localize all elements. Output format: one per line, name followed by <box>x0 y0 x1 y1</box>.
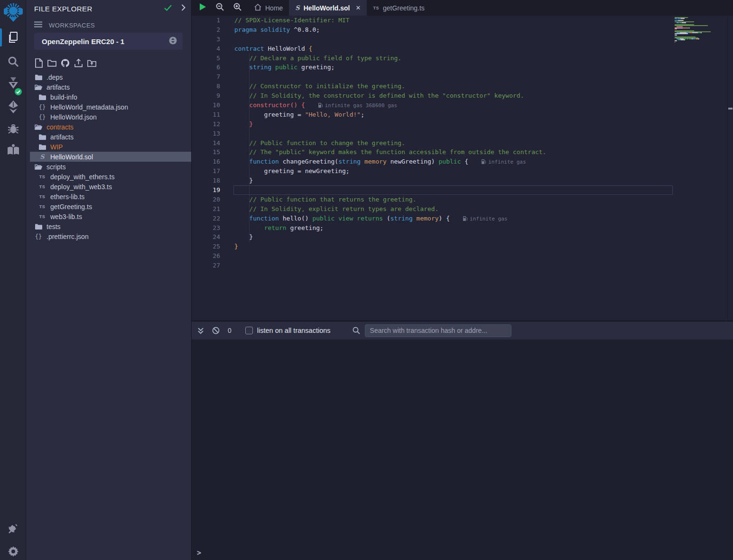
tree-item-artifacts[interactable]: artifacts <box>26 82 191 92</box>
workspaces-row: WORKSPACES <box>34 21 95 29</box>
tree-item-helloworld-metadata-json[interactable]: {}HelloWorld_metadata.json <box>26 102 191 112</box>
tab-getgreeting-ts[interactable]: TS getGreeting.ts <box>367 0 430 16</box>
code-line[interactable]: 12 } <box>192 119 733 129</box>
line-number: 20 <box>192 195 220 204</box>
deploy-and-run-icon[interactable] <box>0 99 26 115</box>
run-script-button[interactable] <box>199 3 206 13</box>
code-line[interactable]: 15 // The "public" keyword makes the fun… <box>192 147 733 157</box>
zoom-in-icon[interactable] <box>233 3 241 13</box>
tab-label: HelloWorld.sol <box>304 4 350 12</box>
code-line[interactable]: 23 return greeting; <box>192 223 733 233</box>
minimap-line <box>675 28 689 28</box>
debugger-icon[interactable] <box>0 121 26 136</box>
code-line[interactable]: 26 <box>192 251 733 261</box>
scrollbar-cursor-mark <box>728 108 733 110</box>
workspace-select[interactable]: OpenZeppelin ERC20 - 1 <box>34 33 183 50</box>
code-line[interactable]: 17 greeting = newGreeting; <box>192 166 733 176</box>
expand-terminal-icon[interactable] <box>197 327 204 334</box>
new-file-icon[interactable] <box>34 58 43 68</box>
code-line[interactable]: 19 <box>192 185 733 195</box>
code-line[interactable]: 16 function changeGreeting(string memory… <box>192 157 733 166</box>
code-line[interactable]: 13 <box>192 129 733 138</box>
line-number: 8 <box>192 82 220 91</box>
code-text: function changeGreeting(string memory ne… <box>234 157 526 167</box>
code-line[interactable]: 21 // In Solidity, explicit return types… <box>192 204 733 214</box>
code-line[interactable]: 8 // Constructor to initialize the greet… <box>192 82 733 91</box>
code-line[interactable]: 6 string public greeting; <box>192 63 733 72</box>
close-tab-icon[interactable]: ✕ <box>356 4 361 11</box>
plugin-manager-icon[interactable] <box>0 522 26 536</box>
code-line[interactable]: 4contract HelloWorld { <box>192 44 733 54</box>
tree-item-tests[interactable]: tests <box>26 221 191 231</box>
terminal-search-input[interactable] <box>365 324 511 337</box>
tree-item-artifacts[interactable]: artifacts <box>26 132 191 142</box>
minimap[interactable] <box>672 17 725 50</box>
code-line[interactable]: 7 <box>192 72 733 82</box>
zoom-out-icon[interactable] <box>216 3 224 13</box>
typescript-file-icon: TS <box>38 184 46 189</box>
tab-label: Home <box>265 4 283 12</box>
remix-logo-icon[interactable] <box>0 1 26 24</box>
tree-item-wip[interactable]: WIP <box>26 142 191 152</box>
gas-estimate-hint: infinite gas <box>463 216 507 222</box>
line-number: 1 <box>192 16 220 25</box>
tree-item-getgreeting-ts[interactable]: TSgetGreeting.ts <box>26 202 191 211</box>
upload-folder-icon[interactable] <box>87 58 96 68</box>
code-line[interactable]: 24 } <box>192 232 733 242</box>
code-line[interactable]: 3 <box>192 35 733 44</box>
learneth-icon[interactable] <box>0 142 26 156</box>
json-file-icon: {} <box>38 104 46 110</box>
workspace-ok-check-icon <box>164 4 172 13</box>
tree-item-contracts[interactable]: contracts <box>26 122 191 132</box>
line-number: 12 <box>192 119 220 129</box>
line-number: 10 <box>192 101 220 110</box>
tree-item-build-info[interactable]: build-info <box>26 92 191 102</box>
tree-item-ethers-lib-ts[interactable]: TSethers-lib.ts <box>26 192 191 202</box>
code-text: } <box>234 176 253 185</box>
new-folder-icon[interactable] <box>47 58 56 68</box>
tab-home[interactable]: Home <box>248 0 289 16</box>
tree-item-deploy-with-ethers-ts[interactable]: TSdeploy_with_ethers.ts <box>26 172 191 182</box>
panel-title: FILE EXPLORER <box>34 5 164 13</box>
code-line[interactable]: 5 // Declare a public field of type stri… <box>192 54 733 63</box>
line-number: 24 <box>192 232 220 242</box>
code-line[interactable]: 18 } <box>192 176 733 185</box>
upload-file-icon[interactable] <box>74 58 83 68</box>
clone-github-icon[interactable] <box>61 58 70 68</box>
tree-item-helloworld-json[interactable]: {}HelloWorld.json <box>26 112 191 122</box>
panel-chevron-right-icon[interactable] <box>181 4 186 13</box>
code-line[interactable]: 10 constructor() {infinite gas 368600 ga… <box>192 101 733 110</box>
gas-estimate-hint: infinite gas <box>482 159 526 165</box>
settings-gear-icon[interactable] <box>0 544 26 559</box>
tree-item-scripts[interactable]: scripts <box>26 162 191 172</box>
solidity-compiler-icon[interactable] <box>0 75 26 94</box>
editor-scrollbar[interactable] <box>727 16 733 321</box>
workspaces-menu-icon[interactable] <box>34 21 42 29</box>
tree-item-helloworld-sol[interactable]: SHelloWorld.sol <box>30 152 191 162</box>
code-text: // SPDX-License-Identifier: MIT <box>234 16 350 25</box>
folder-open-icon <box>34 84 43 90</box>
code-line[interactable]: 9 // In Solidity, the constructor is def… <box>192 91 733 101</box>
transaction-count: 0 <box>228 327 232 334</box>
listen-transactions-checkbox[interactable] <box>245 327 253 334</box>
folder-open-icon <box>34 164 43 170</box>
file-explorer-icon[interactable] <box>0 29 26 46</box>
tree-item-web3-lib-ts[interactable]: TSweb3-lib.ts <box>26 211 191 221</box>
tree-item-deploy-with-web3-ts[interactable]: TSdeploy_with_web3.ts <box>26 182 191 192</box>
tree-item-label: artifacts <box>50 133 74 141</box>
tree-item--prettierrc-json[interactable]: {}.prettierrc.json <box>26 231 191 241</box>
code-line[interactable]: 11 greeting = "Hello, World!"; <box>192 110 733 119</box>
code-line[interactable]: 22 function hello() public view returns … <box>192 214 733 223</box>
tab-helloworld-sol[interactable]: S HelloWorld.sol ✕ <box>289 0 367 16</box>
code-line[interactable]: 20 // Public function that returns the g… <box>192 195 733 204</box>
tree-item--deps[interactable]: .deps <box>26 72 191 82</box>
code-line[interactable]: 27 <box>192 261 733 270</box>
search-icon[interactable] <box>0 54 26 69</box>
code-line[interactable]: 25} <box>192 242 733 251</box>
clear-console-icon[interactable] <box>212 327 220 334</box>
code-line[interactable]: 2pragma solidity ^0.8.0; <box>192 25 733 35</box>
terminal-output[interactable]: > <box>192 340 733 560</box>
code-line[interactable]: 14 // Public function to change the gree… <box>192 138 733 148</box>
code-editor[interactable]: 1// SPDX-License-Identifier: MIT2pragma … <box>192 16 733 321</box>
code-line[interactable]: 1// SPDX-License-Identifier: MIT <box>192 16 733 25</box>
